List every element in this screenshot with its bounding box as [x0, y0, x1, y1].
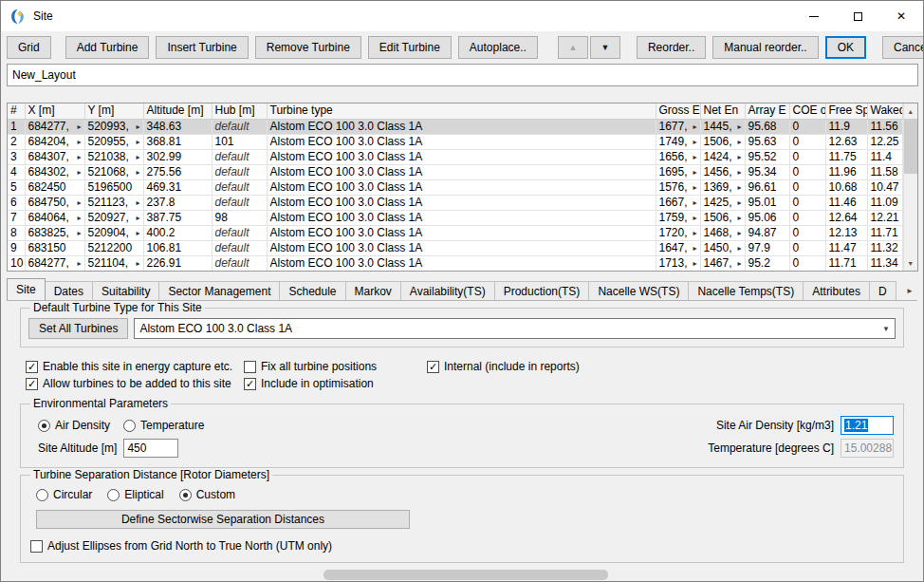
table-vertical-scrollbar[interactable]: ▲ ▼ — [903, 103, 918, 271]
table-cell: 12.13 — [825, 225, 867, 240]
maximize-button[interactable] — [836, 1, 879, 31]
grid-button[interactable]: Grid — [7, 36, 51, 59]
separation-shape-radio-group: Circular Eliptical Custom — [36, 488, 896, 501]
checkbox-allow-add-turbines[interactable]: ✓ Allow turbines to be added to this sit… — [26, 377, 244, 390]
tab-suitability[interactable]: Suitability — [92, 281, 159, 300]
radio-temperature[interactable]: Temperature — [123, 419, 204, 432]
tab-d[interactable]: D — [869, 281, 896, 300]
tab-production-ts[interactable]: Production(TS) — [494, 281, 590, 300]
radio-dot — [179, 489, 192, 501]
radio-dot — [107, 489, 120, 501]
checkbox-internal[interactable]: ✓ Internal (include in reports) — [427, 360, 580, 373]
column-header-coe-o[interactable]: COE o — [789, 103, 825, 119]
manual-reorder-button[interactable]: Manual reorder.. — [712, 36, 818, 59]
column-header-net-en[interactable]: Net En — [700, 103, 745, 119]
tab-scroll-right-button[interactable]: ► — [902, 281, 917, 300]
truncation-icon: ▸ — [77, 226, 81, 240]
table-cell: 10 — [8, 255, 25, 271]
table-cell: Alstom ECO 100 3.0 Class 1A — [267, 119, 656, 134]
scroll-up-button[interactable]: ▲ — [904, 103, 918, 119]
column-header-array-e[interactable]: Array E — [745, 103, 789, 119]
truncation-icon: ▸ — [693, 135, 696, 149]
tab-dates[interactable]: Dates — [45, 281, 93, 300]
tab-nacelle-ws-ts[interactable]: Nacelle WS(TS) — [588, 281, 689, 300]
tab-attributes[interactable]: Attributes — [803, 281, 870, 300]
close-button[interactable]: ✕ — [879, 1, 923, 31]
table-cell: ▸520927, — [84, 210, 143, 225]
table-cell: 3 — [8, 149, 25, 164]
edit-turbine-button[interactable]: Edit Turbine — [368, 36, 452, 59]
truncation-icon: ▸ — [693, 165, 696, 179]
table-row[interactable]: 2▸684204,▸520955,368.81101Alstom ECO 100… — [8, 134, 902, 149]
table-row[interactable]: 6▸684750,▸521123,237.8defaultAlstom ECO … — [8, 195, 902, 210]
horizontal-scrollbar-thumb[interactable] — [323, 570, 608, 580]
table-cell: 226.91 — [143, 255, 212, 271]
table-row[interactable]: 3▸684307,▸521038,302.99defaultAlstom ECO… — [8, 149, 902, 164]
add-turbine-button[interactable]: Add Turbine — [65, 36, 150, 59]
radio-circular[interactable]: Circular — [36, 488, 92, 501]
table-cell: 368.81 — [143, 134, 212, 149]
table-cell: 7 — [8, 210, 25, 225]
tab-availability-ts[interactable]: Availability(TS) — [400, 281, 495, 300]
radio-custom[interactable]: Custom — [179, 488, 235, 501]
tab-markov[interactable]: Markov — [345, 281, 401, 300]
site-air-density-input[interactable]: 1.21 — [841, 416, 894, 435]
tab-schedule[interactable]: Schedule — [279, 281, 345, 300]
column-header-hub-m[interactable]: Hub [m] — [212, 103, 267, 119]
table-row[interactable]: 56824505196500469.31defaultAlstom ECO 10… — [8, 179, 902, 195]
table-row[interactable]: 4▸684302,▸521068,275.56defaultAlstom ECO… — [8, 164, 902, 179]
checkbox-adjust-ellipses[interactable]: Adjust Ellipses from Grid North to True … — [30, 539, 896, 553]
table-cell: 0 — [789, 134, 825, 149]
scrollbar-thumb[interactable] — [904, 119, 918, 174]
ok-button[interactable]: OK — [825, 36, 866, 59]
table-row[interactable]: 10▸684277,▸521104,226.91defaultAlstom EC… — [8, 255, 902, 271]
move-down-button[interactable]: ▼ — [590, 36, 620, 59]
tab-site[interactable]: Site — [7, 278, 46, 300]
table-cell: ▸684204, — [25, 134, 84, 149]
horizontal-scrollbar[interactable] — [7, 570, 917, 580]
cancel-button[interactable]: Cancel — [882, 36, 924, 59]
table-cell: 95.68 — [745, 119, 789, 134]
column-header-turbine-type[interactable]: Turbine type — [267, 103, 656, 119]
checkbox-fix-positions[interactable]: Fix all turbine positions — [244, 360, 427, 373]
column-header-gross-e[interactable]: Gross E — [656, 103, 700, 119]
define-sectorwise-separation-button[interactable]: Define Sectorwise Separation Distances — [36, 510, 410, 529]
scroll-down-button[interactable]: ▼ — [904, 255, 918, 271]
column-header-altitude-m[interactable]: Altitude [m] — [143, 103, 212, 119]
site-altitude-input[interactable]: 450 — [123, 439, 178, 458]
checkbox-include-optimisation[interactable]: ✓ Include in optimisation — [244, 377, 427, 390]
checkbox-enable-site[interactable]: ✓ Enable this site in energy capture etc… — [26, 360, 244, 373]
move-up-button[interactable]: ▲ — [558, 36, 588, 59]
minimize-button[interactable] — [792, 1, 836, 31]
column-header-waked[interactable]: Waked — [867, 103, 902, 119]
table-cell: 11.46 — [825, 195, 867, 210]
table-row[interactable]: 7▸684064,▸520927,387.7598Alstom ECO 100 … — [8, 210, 902, 225]
turbine-table[interactable]: #X [m]Y [m]Altitude [m]Hub [m]Turbine ty… — [8, 103, 903, 272]
tab-nacelle-temps-ts[interactable]: Nacelle Temps(TS) — [688, 281, 804, 300]
truncation-icon: ▸ — [693, 226, 696, 240]
set-all-turbines-button[interactable]: Set All Turbines — [28, 318, 128, 339]
insert-turbine-button[interactable]: Insert Turbine — [156, 36, 248, 59]
reorder-button[interactable]: Reorder.. — [637, 36, 706, 59]
radio-eliptical[interactable]: Eliptical — [107, 488, 163, 501]
column-header-x-m[interactable]: X [m] — [25, 103, 84, 119]
tab-sector-management[interactable]: Sector Management — [158, 281, 280, 300]
table-row[interactable]: 8▸683825,▸520904,400.2defaultAlstom ECO … — [8, 225, 902, 240]
remove-turbine-button[interactable]: Remove Turbine — [255, 36, 361, 59]
table-cell: ▸1506, — [700, 210, 745, 225]
turbine-type-dropdown[interactable]: Alstom ECO 100 3.0 Class 1A ▼ — [134, 318, 896, 339]
radio-air-density[interactable]: Air Density — [38, 419, 110, 432]
autoplace-button[interactable]: Autoplace.. — [458, 36, 538, 59]
table-row[interactable]: 96831505212200106.81defaultAlstom ECO 10… — [8, 240, 902, 255]
column-header-free-sp[interactable]: Free Sp — [825, 103, 867, 119]
table-cell: ▸1656, — [656, 149, 700, 164]
table-cell: 11.32 — [867, 240, 902, 255]
reorder-arrow-buttons: ▲ ▼ — [558, 36, 620, 59]
table-row[interactable]: 1▸684277,▸520993,348.63defaultAlstom ECO… — [8, 119, 902, 134]
column-header-num[interactable]: # — [8, 103, 25, 119]
site-altitude-field-group: Site Altitude [m] 450 — [38, 439, 178, 458]
tabs-bar: SiteDatesSuitabilitySector ManagementSch… — [7, 278, 917, 301]
scrollbar-track[interactable] — [904, 119, 918, 255]
layout-name-input[interactable]: New_Layout — [7, 64, 918, 86]
column-header-y-m[interactable]: Y [m] — [84, 103, 143, 119]
